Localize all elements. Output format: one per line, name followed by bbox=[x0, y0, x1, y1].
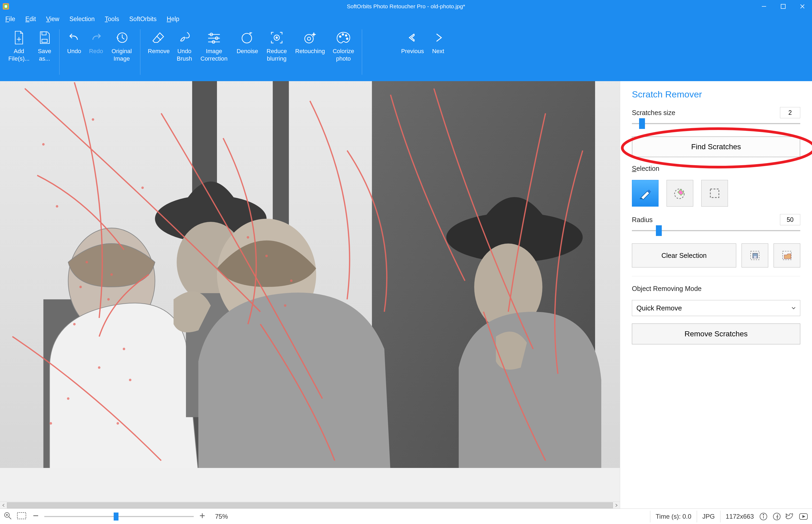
facebook-icon[interactable] bbox=[772, 511, 782, 522]
canvas-area bbox=[0, 81, 620, 508]
toolbar-reduce-blurring[interactable]: Reduce blurring bbox=[262, 28, 291, 62]
menu-file[interactable]: File bbox=[5, 16, 15, 23]
radius-value[interactable]: 50 bbox=[780, 214, 800, 225]
info-icon[interactable] bbox=[758, 511, 769, 522]
svg-line-68 bbox=[9, 517, 11, 519]
svg-point-57 bbox=[117, 422, 119, 424]
toolbar-undo-brush[interactable]: Undo Brush bbox=[173, 28, 195, 62]
toolbar-original-image[interactable]: Original Image bbox=[107, 28, 136, 62]
undo-icon bbox=[67, 29, 81, 46]
eraser-icon bbox=[152, 29, 166, 46]
find-scratches-button[interactable]: Find Scratches bbox=[632, 136, 800, 157]
selection-tools bbox=[632, 180, 800, 207]
remove-scratches-label: Remove Scratches bbox=[684, 330, 748, 338]
menu-softorbits-label: SoftOrbits bbox=[130, 16, 157, 22]
toolbar-save-as[interactable]: Save as... bbox=[34, 28, 55, 62]
menu-view[interactable]: View bbox=[46, 16, 59, 23]
maximize-button[interactable] bbox=[774, 0, 793, 13]
menu-selection[interactable]: Selection bbox=[69, 16, 95, 23]
svg-point-42 bbox=[92, 118, 94, 121]
svg-point-27 bbox=[346, 38, 348, 39]
status-dimensions: 1172x663 bbox=[726, 513, 754, 520]
panel-title: Scratch Remover bbox=[632, 89, 800, 100]
menu-help[interactable]: Help bbox=[167, 16, 179, 23]
toolbar-undo[interactable]: Undo bbox=[63, 28, 85, 55]
object-removing-label: Object Removing Mode bbox=[632, 285, 800, 293]
load-selection-button[interactable] bbox=[774, 243, 800, 267]
remove-scratches-button[interactable]: Remove Scratches bbox=[632, 324, 800, 344]
zoom-out-button[interactable] bbox=[32, 512, 39, 521]
toolbar-save-as-label: Save as... bbox=[38, 48, 51, 62]
selection-label: Selection bbox=[632, 165, 800, 173]
toolbar-denoise[interactable]: Denoise bbox=[233, 28, 262, 55]
radius-slider[interactable] bbox=[632, 225, 800, 236]
toolbar-undo-brush-label: Undo Brush bbox=[177, 48, 192, 62]
clear-selection-button[interactable]: Clear Selection bbox=[632, 243, 736, 267]
menu-tools[interactable]: Tools bbox=[105, 16, 119, 23]
menu-softorbits[interactable]: SoftOrbits bbox=[130, 16, 157, 23]
toolbar-add-files-label: Add File(s)... bbox=[8, 48, 29, 62]
svg-rect-71 bbox=[17, 512, 26, 519]
svg-rect-60 bbox=[640, 198, 643, 199]
svg-point-56 bbox=[50, 422, 52, 424]
svg-point-21 bbox=[276, 37, 277, 38]
toolbar-next[interactable]: Next bbox=[427, 28, 449, 55]
toolbar-redo-label: Redo bbox=[89, 48, 103, 55]
save-selection-icon bbox=[748, 249, 761, 262]
toolbar-add-files[interactable]: Add File(s)... bbox=[4, 28, 34, 62]
menu-edit[interactable]: Edit bbox=[26, 16, 36, 23]
horizontal-scrollbar[interactable] bbox=[0, 502, 620, 508]
toolbar-next-label: Next bbox=[432, 48, 444, 55]
toolbar-previous[interactable]: Previous bbox=[398, 28, 427, 55]
svg-point-24 bbox=[339, 36, 341, 37]
image-canvas[interactable] bbox=[0, 81, 620, 502]
object-removing-value: Quick Remove bbox=[637, 304, 682, 312]
svg-point-50 bbox=[79, 285, 82, 288]
toolbar: Add File(s)... Save as... Undo Redo Orig… bbox=[0, 25, 812, 81]
status-format: JPG bbox=[702, 513, 715, 520]
title-bar: SoftOrbits Photo Retoucher Pro - old-pho… bbox=[0, 0, 812, 13]
toolbar-remove[interactable]: Remove bbox=[144, 28, 173, 55]
toolbar-original-label: Original Image bbox=[112, 48, 132, 62]
minimize-button[interactable] bbox=[754, 0, 774, 13]
scroll-left-icon[interactable] bbox=[0, 502, 7, 509]
close-button[interactable] bbox=[793, 0, 812, 13]
svg-point-19 bbox=[242, 33, 252, 43]
marker-tool[interactable] bbox=[632, 180, 659, 207]
radius-label: Radius bbox=[632, 216, 653, 224]
rect-select-tool[interactable] bbox=[701, 180, 728, 207]
svg-point-23 bbox=[307, 37, 310, 40]
palette-icon bbox=[336, 29, 351, 46]
zoom-slider[interactable] bbox=[44, 512, 194, 521]
load-selection-icon bbox=[780, 249, 793, 262]
scroll-right-icon[interactable] bbox=[613, 502, 620, 509]
scratches-size-slider[interactable] bbox=[632, 118, 800, 129]
arrow-right-icon bbox=[431, 29, 445, 46]
toolbar-colorize[interactable]: Colorize photo bbox=[329, 28, 358, 62]
svg-point-52 bbox=[247, 236, 249, 239]
sparkle-icon bbox=[303, 29, 317, 46]
photo-preview bbox=[0, 81, 620, 468]
youtube-icon[interactable] bbox=[798, 511, 809, 522]
toolbar-colorize-label: Colorize photo bbox=[333, 48, 354, 62]
toolbar-retouching[interactable]: Retouching bbox=[291, 28, 329, 55]
denoise-icon bbox=[240, 29, 254, 46]
svg-point-54 bbox=[290, 279, 292, 282]
free-select-tool[interactable] bbox=[666, 180, 693, 207]
save-selection-button[interactable] bbox=[742, 243, 768, 267]
brush-icon bbox=[177, 29, 191, 46]
svg-point-47 bbox=[129, 379, 131, 381]
fit-screen-icon[interactable] bbox=[17, 512, 27, 521]
object-removing-dropdown[interactable]: Quick Remove bbox=[632, 300, 800, 316]
zoom-reset-icon[interactable] bbox=[3, 511, 12, 522]
zoom-in-button[interactable] bbox=[199, 512, 206, 521]
toolbar-image-correction[interactable]: Image Correction bbox=[195, 28, 233, 62]
scratches-size-value[interactable]: 2 bbox=[780, 107, 800, 118]
find-scratches-label: Find Scratches bbox=[691, 143, 741, 151]
toolbar-image-correction-label: Image Correction bbox=[200, 48, 227, 62]
svg-rect-62 bbox=[710, 189, 719, 198]
twitter-icon[interactable] bbox=[785, 511, 795, 522]
lasso-eraser-icon bbox=[673, 186, 688, 201]
app-icon bbox=[2, 3, 10, 10]
svg-point-40 bbox=[42, 143, 45, 146]
